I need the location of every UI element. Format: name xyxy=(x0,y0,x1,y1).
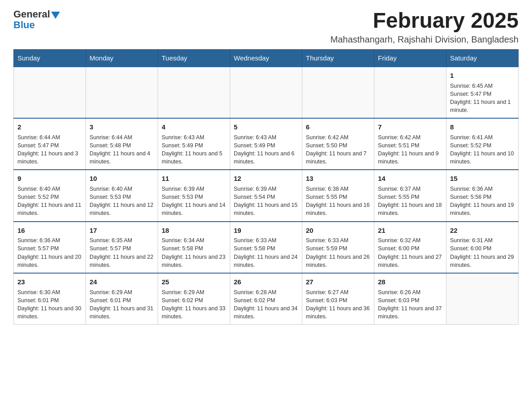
calendar-cell: 14Sunrise: 6:37 AMSunset: 5:55 PMDayligh… xyxy=(374,170,446,221)
calendar-cell: 8Sunrise: 6:41 AMSunset: 5:52 PMDaylight… xyxy=(446,118,519,170)
calendar-cell: 10Sunrise: 6:40 AMSunset: 5:53 PMDayligh… xyxy=(86,170,158,221)
day-info-line: Sunset: 5:58 PM xyxy=(234,244,298,253)
day-number: 14 xyxy=(378,174,442,184)
weekday-header-monday: Monday xyxy=(86,49,158,67)
day-info-line: Sunset: 6:00 PM xyxy=(378,244,442,253)
calendar-cell xyxy=(446,273,519,325)
calendar-cell: 27Sunrise: 6:27 AMSunset: 6:03 PMDayligh… xyxy=(302,273,374,325)
day-info-line: Sunrise: 6:45 AM xyxy=(450,82,515,90)
day-info-line: Sunset: 5:53 PM xyxy=(162,193,226,201)
day-info-line: Sunrise: 6:39 AM xyxy=(234,185,298,193)
day-info-line: Daylight: 11 hours and 19 minutes. xyxy=(450,201,515,217)
day-number: 25 xyxy=(162,277,226,287)
day-info-line: Daylight: 11 hours and 37 minutes. xyxy=(378,304,442,321)
location-subtitle: Mahasthangarh, Rajshahi Division, Bangla… xyxy=(330,34,519,45)
day-info-line: Daylight: 11 hours and 14 minutes. xyxy=(162,201,226,217)
day-number: 4 xyxy=(162,122,226,132)
logo-blue-text: Blue xyxy=(13,20,35,30)
title-area: February 2025 Mahasthangarh, Rajshahi Di… xyxy=(330,9,519,45)
day-info-line: Sunset: 5:57 PM xyxy=(90,244,154,253)
day-info-line: Daylight: 11 hours and 7 minutes. xyxy=(306,150,370,166)
calendar-cell: 6Sunrise: 6:42 AMSunset: 5:50 PMDaylight… xyxy=(302,118,374,170)
calendar-cell: 12Sunrise: 6:39 AMSunset: 5:54 PMDayligh… xyxy=(230,170,302,221)
day-number: 16 xyxy=(17,226,82,235)
day-number: 19 xyxy=(234,226,298,235)
calendar-cell: 22Sunrise: 6:31 AMSunset: 6:00 PMDayligh… xyxy=(446,222,519,273)
day-info-line: Sunrise: 6:43 AM xyxy=(162,133,226,141)
week-row-4: 16Sunrise: 6:36 AMSunset: 5:57 PMDayligh… xyxy=(14,222,519,273)
calendar-cell: 3Sunrise: 6:44 AMSunset: 5:48 PMDaylight… xyxy=(86,118,158,170)
day-info-line: Sunrise: 6:33 AM xyxy=(306,236,370,244)
day-number: 24 xyxy=(90,277,154,287)
day-info-line: Daylight: 11 hours and 30 minutes. xyxy=(17,304,82,321)
day-info-line: Daylight: 11 hours and 29 minutes. xyxy=(450,253,515,269)
day-info-line: Sunrise: 6:40 AM xyxy=(90,185,154,193)
day-number: 26 xyxy=(234,277,298,287)
day-info-line: Sunrise: 6:35 AM xyxy=(90,236,154,244)
calendar-cell: 24Sunrise: 6:29 AMSunset: 6:01 PMDayligh… xyxy=(86,273,158,325)
day-number: 17 xyxy=(90,226,154,235)
calendar-cell: 25Sunrise: 6:29 AMSunset: 6:02 PMDayligh… xyxy=(158,273,230,325)
day-info-line: Sunrise: 6:34 AM xyxy=(162,236,226,244)
day-info-line: Sunrise: 6:33 AM xyxy=(234,236,298,244)
day-info-line: Sunset: 5:48 PM xyxy=(90,141,154,150)
weekday-header-thursday: Thursday xyxy=(302,49,374,67)
day-number: 27 xyxy=(306,277,370,287)
logo-triangle-icon xyxy=(51,12,60,19)
calendar-cell: 15Sunrise: 6:36 AMSunset: 5:56 PMDayligh… xyxy=(446,170,519,221)
calendar-cell xyxy=(374,67,446,118)
calendar-cell: 13Sunrise: 6:38 AMSunset: 5:55 PMDayligh… xyxy=(302,170,374,221)
header-area: General Blue February 2025 Mahasthangarh… xyxy=(13,9,519,45)
month-title: February 2025 xyxy=(330,9,519,33)
day-info-line: Daylight: 11 hours and 20 minutes. xyxy=(17,253,82,269)
day-number: 7 xyxy=(378,122,442,132)
day-info-line: Daylight: 11 hours and 24 minutes. xyxy=(234,253,298,269)
day-info-line: Sunset: 5:56 PM xyxy=(450,193,515,201)
day-info-line: Daylight: 11 hours and 34 minutes. xyxy=(234,304,298,321)
calendar-cell: 20Sunrise: 6:33 AMSunset: 5:59 PMDayligh… xyxy=(302,222,374,273)
weekday-header-friday: Friday xyxy=(374,49,446,67)
day-info-line: Sunrise: 6:44 AM xyxy=(17,133,82,141)
week-row-3: 9Sunrise: 6:40 AMSunset: 5:52 PMDaylight… xyxy=(14,170,519,221)
day-info-line: Sunrise: 6:30 AM xyxy=(17,288,82,296)
day-info-line: Sunrise: 6:27 AM xyxy=(306,288,370,296)
day-info-line: Sunrise: 6:28 AM xyxy=(234,288,298,296)
day-info-line: Daylight: 11 hours and 4 minutes. xyxy=(90,150,154,166)
day-info-line: Sunset: 6:01 PM xyxy=(90,296,154,304)
calendar-cell: 11Sunrise: 6:39 AMSunset: 5:53 PMDayligh… xyxy=(158,170,230,221)
day-info-line: Sunset: 5:47 PM xyxy=(450,90,515,98)
day-info-line: Sunset: 6:03 PM xyxy=(378,296,442,304)
day-info-line: Sunset: 5:52 PM xyxy=(450,141,515,150)
calendar-cell: 16Sunrise: 6:36 AMSunset: 5:57 PMDayligh… xyxy=(14,222,86,273)
logo-general-text: General xyxy=(13,9,50,20)
day-info-line: Sunrise: 6:42 AM xyxy=(378,133,442,141)
day-info-line: Daylight: 11 hours and 15 minutes. xyxy=(234,201,298,217)
calendar-table: SundayMondayTuesdayWednesdayThursdayFrid… xyxy=(13,49,519,325)
day-info-line: Sunrise: 6:40 AM xyxy=(17,185,82,193)
day-info-line: Sunset: 5:49 PM xyxy=(162,141,226,150)
calendar-cell: 26Sunrise: 6:28 AMSunset: 6:02 PMDayligh… xyxy=(230,273,302,325)
weekday-header-sunday: Sunday xyxy=(14,49,86,67)
calendar-cell xyxy=(14,67,86,118)
day-info-line: Sunset: 5:57 PM xyxy=(17,244,82,253)
day-info-line: Daylight: 11 hours and 23 minutes. xyxy=(162,253,226,269)
day-info-line: Daylight: 11 hours and 31 minutes. xyxy=(90,304,154,321)
calendar-cell: 19Sunrise: 6:33 AMSunset: 5:58 PMDayligh… xyxy=(230,222,302,273)
day-info-line: Sunset: 5:51 PM xyxy=(378,141,442,150)
day-info-line: Sunset: 5:59 PM xyxy=(306,244,370,253)
day-info-line: Sunset: 5:50 PM xyxy=(306,141,370,150)
day-info-line: Sunset: 5:58 PM xyxy=(162,244,226,253)
day-info-line: Sunset: 5:47 PM xyxy=(17,141,82,150)
day-number: 20 xyxy=(306,226,370,235)
day-number: 23 xyxy=(17,277,82,287)
day-number: 10 xyxy=(90,174,154,184)
day-number: 5 xyxy=(234,122,298,132)
week-row-1: 1Sunrise: 6:45 AMSunset: 5:47 PMDaylight… xyxy=(14,67,519,118)
day-info-line: Daylight: 11 hours and 18 minutes. xyxy=(378,201,442,217)
day-info-line: Sunrise: 6:36 AM xyxy=(17,236,82,244)
day-info-line: Sunrise: 6:29 AM xyxy=(90,288,154,296)
day-info-line: Sunset: 5:54 PM xyxy=(234,193,298,201)
day-info-line: Sunrise: 6:41 AM xyxy=(450,133,515,141)
weekday-header-saturday: Saturday xyxy=(446,49,519,67)
day-info-line: Sunset: 6:03 PM xyxy=(306,296,370,304)
